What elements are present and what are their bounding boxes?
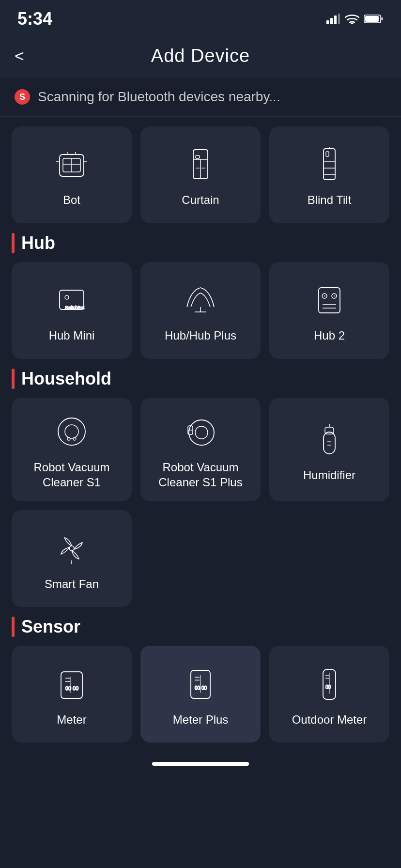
battery-icon bbox=[364, 14, 384, 24]
svg-rect-7 bbox=[381, 17, 383, 20]
blind-tilt-label: Blind Tilt bbox=[308, 192, 352, 207]
device-card-outdoor-meter[interactable]: 00 Outdoor Meter bbox=[269, 646, 389, 743]
device-card-hub-mini[interactable]: SwitchBot Hub Mini bbox=[12, 262, 132, 359]
hub-2-label: Hub 2 bbox=[314, 328, 345, 343]
status-bar: 5:34 bbox=[0, 0, 401, 34]
household-section-header: Household bbox=[12, 369, 389, 389]
svg-rect-6 bbox=[365, 16, 379, 22]
svg-text:00: 00 bbox=[325, 684, 331, 690]
sensor-section-header: Sensor bbox=[12, 617, 389, 637]
household-section-bar bbox=[12, 369, 15, 389]
back-button[interactable]: < bbox=[15, 46, 24, 65]
robot-vacuum-s1-plus-label: Robot Vacuum Cleaner S1 Plus bbox=[148, 460, 253, 490]
sensor-section-title: Sensor bbox=[21, 617, 80, 637]
svg-rect-22 bbox=[324, 149, 335, 180]
svg-text:00: 00 bbox=[73, 685, 78, 691]
blind-tilt-icon bbox=[310, 145, 349, 184]
bot-icon bbox=[52, 145, 91, 184]
svg-text:00: 00 bbox=[65, 685, 71, 691]
curtain-label: Curtain bbox=[182, 192, 219, 207]
scan-indicator: S bbox=[15, 89, 30, 105]
hub-section-title: Hub bbox=[21, 233, 55, 253]
bot-label: Bot bbox=[63, 192, 80, 207]
device-card-smart-fan[interactable]: Smart Fan bbox=[12, 510, 132, 607]
svg-point-40 bbox=[58, 418, 85, 445]
hub-hub-plus-label: Hub/Hub Plus bbox=[165, 328, 236, 343]
device-card-humidifier[interactable]: Humidifier bbox=[269, 398, 389, 501]
scanning-text: Scanning for Bluetooth devices nearby... bbox=[38, 89, 280, 105]
household-section-grid: Robot Vacuum Cleaner S1 Robot Vacuum Cle… bbox=[12, 398, 389, 607]
humidifier-label: Humidifier bbox=[303, 467, 355, 482]
robot-vacuum-s1-plus-icon bbox=[181, 412, 220, 451]
svg-text:SwitchBot: SwitchBot bbox=[65, 305, 85, 310]
humidifier-icon bbox=[310, 420, 349, 459]
device-card-hub-2[interactable]: Hub 2 bbox=[269, 262, 389, 359]
sensor-section-bar bbox=[12, 617, 15, 637]
svg-rect-55 bbox=[61, 672, 82, 698]
curtain-icon bbox=[181, 145, 220, 184]
wifi-icon bbox=[345, 14, 359, 24]
meter-icon: 00 00 bbox=[52, 665, 91, 703]
meter-plus-label: Meter Plus bbox=[173, 712, 229, 727]
status-icons bbox=[326, 14, 384, 24]
page-title: Add Device bbox=[151, 46, 250, 66]
main-content: Bot Curtain bbox=[0, 117, 401, 785]
device-card-curtain[interactable]: Curtain bbox=[140, 126, 261, 223]
svg-point-41 bbox=[65, 425, 78, 438]
home-bar bbox=[152, 762, 249, 766]
svg-text:00: 00 bbox=[201, 685, 207, 691]
device-card-meter-plus[interactable]: 00 00 Meter Plus bbox=[140, 646, 261, 743]
hub-section-bar bbox=[12, 233, 15, 253]
device-card-hub-hub-plus[interactable]: Hub/Hub Plus bbox=[140, 262, 261, 359]
svg-rect-3 bbox=[338, 14, 340, 24]
hub-mini-icon: SwitchBot bbox=[52, 280, 91, 319]
svg-rect-33 bbox=[319, 288, 340, 313]
hub-hub-plus-icon bbox=[181, 280, 220, 319]
svg-text:00: 00 bbox=[195, 685, 200, 691]
svg-rect-48 bbox=[324, 432, 335, 454]
outdoor-meter-label: Outdoor Meter bbox=[292, 712, 367, 727]
svg-rect-2 bbox=[334, 16, 337, 24]
household-section-title: Household bbox=[21, 369, 111, 389]
svg-point-45 bbox=[195, 426, 208, 439]
meter-label: Meter bbox=[57, 712, 86, 727]
robot-vacuum-s1-label: Robot Vacuum Cleaner S1 bbox=[19, 460, 124, 490]
svg-rect-23 bbox=[326, 152, 329, 156]
svg-point-53 bbox=[69, 546, 74, 551]
svg-rect-1 bbox=[330, 18, 333, 24]
signal-icon bbox=[326, 14, 340, 24]
hub-mini-label: Hub Mini bbox=[49, 328, 95, 343]
device-card-robot-vacuum-s1-plus[interactable]: Robot Vacuum Cleaner S1 Plus bbox=[140, 398, 261, 501]
smart-fan-icon bbox=[52, 529, 91, 568]
outdoor-meter-icon: 00 bbox=[310, 665, 349, 703]
hub-2-icon bbox=[310, 280, 349, 319]
device-card-meter[interactable]: 00 00 Meter bbox=[12, 646, 132, 743]
device-card-blind-tilt[interactable]: Blind Tilt bbox=[269, 126, 389, 223]
robot-vacuum-s1-icon bbox=[52, 412, 91, 451]
bot-section-grid: Bot Curtain bbox=[12, 126, 389, 223]
device-card-robot-vacuum-s1[interactable]: Robot Vacuum Cleaner S1 bbox=[12, 398, 132, 501]
scanning-bar: S Scanning for Bluetooth devices nearby.… bbox=[0, 78, 401, 117]
home-indicator bbox=[12, 752, 389, 775]
status-time: 5:34 bbox=[17, 9, 52, 29]
sensor-section-grid: 00 00 Meter 00 00 Meter Plus bbox=[12, 646, 389, 743]
hub-section-grid: SwitchBot Hub Mini Hub/Hub Plus bbox=[12, 262, 389, 359]
smart-fan-label: Smart Fan bbox=[45, 576, 99, 591]
hub-section-header: Hub bbox=[12, 233, 389, 253]
meter-plus-icon: 00 00 bbox=[181, 665, 220, 703]
device-card-bot[interactable]: Bot bbox=[12, 126, 132, 223]
svg-point-29 bbox=[65, 295, 69, 299]
svg-rect-0 bbox=[326, 20, 329, 24]
svg-point-4 bbox=[352, 23, 353, 25]
header: < Add Device bbox=[0, 34, 401, 78]
svg-rect-17 bbox=[196, 155, 200, 158]
